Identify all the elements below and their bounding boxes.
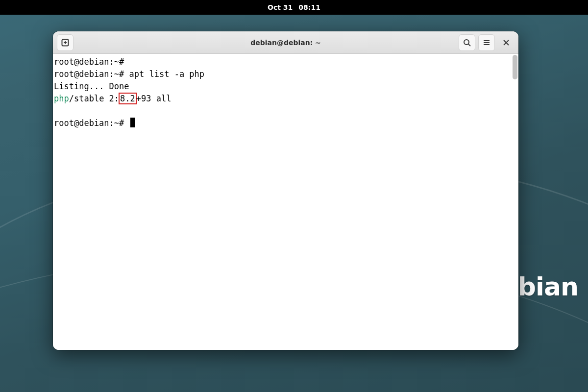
highlighted-version: 8.2 [119,93,137,104]
window-titlebar[interactable]: debian@debian: ~ [53,31,518,54]
svg-point-3 [464,40,469,45]
terminal-scrollbar[interactable] [513,55,517,79]
terminal-line: Listing... Done [54,80,518,93]
terminal-line: php/stable 2:8.2+93 all [54,93,518,105]
window-title: debian@debian: ~ [53,39,518,47]
terminal-line: root@debian:~# [54,117,518,129]
close-button[interactable] [498,34,514,51]
terminal-line [54,105,518,117]
terminal-window: debian@debian: ~ root@debian:~# root@deb… [53,31,518,350]
terminal-line: root@debian:~# apt list -a php [54,68,518,80]
menu-button[interactable] [478,34,495,51]
svg-line-4 [468,44,470,46]
gnome-top-bar[interactable]: Oct 31 08:11 [0,0,588,15]
package-name: php [54,94,69,103]
cursor-icon [130,118,135,127]
new-tab-button[interactable] [57,34,74,51]
terminal-line: root@debian:~# [54,56,518,68]
topbar-time: 08:11 [298,3,320,11]
topbar-date: Oct 31 [268,3,293,11]
terminal-body[interactable]: root@debian:~# root@debian:~# apt list -… [53,54,518,350]
search-button[interactable] [459,34,475,51]
